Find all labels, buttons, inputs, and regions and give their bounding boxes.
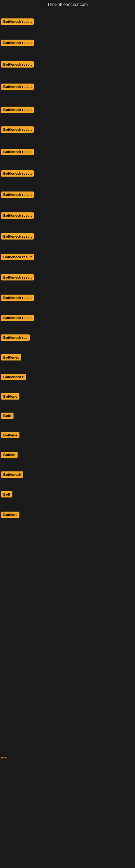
result-row-17: Bottlenec (1, 354, 21, 362)
result-row-18: Bottleneck r (1, 374, 26, 381)
footer-label: None (1, 756, 7, 759)
result-row-7: Bottleneck result (1, 149, 34, 156)
result-row-13: Bottleneck result (1, 274, 34, 282)
bottleneck-badge-6[interactable]: Bottleneck result (1, 126, 34, 133)
bottleneck-badge-4[interactable]: Bottleneck result (1, 84, 34, 90)
bottleneck-badge-16[interactable]: Bottleneck res (1, 335, 30, 341)
result-row-4: Bottleneck result (1, 84, 34, 91)
bottleneck-badge-17[interactable]: Bottlenec (1, 354, 21, 361)
result-row-2: Bottleneck result (1, 40, 34, 47)
bottleneck-badge-5[interactable]: Bottleneck result (1, 106, 34, 113)
result-row-12: Bottleneck result (1, 254, 34, 261)
result-row-23: Bottleneck (1, 471, 23, 479)
result-row-8: Bottleneck result (1, 170, 34, 178)
result-row-24: Bott (1, 491, 12, 499)
bottleneck-badge-7[interactable]: Bottleneck result (1, 149, 34, 155)
result-row-22: Bottlen (1, 452, 17, 459)
bottleneck-badge-1[interactable]: Bottleneck result (1, 19, 34, 25)
bottleneck-badge-12[interactable]: Bottleneck result (1, 254, 34, 260)
bottleneck-badge-13[interactable]: Bottleneck result (1, 274, 34, 280)
site-title: TheBottlenecker.com (0, 0, 135, 10)
bottleneck-badge-11[interactable]: Bottleneck result (1, 233, 34, 240)
bottleneck-badge-20[interactable]: Bottl (1, 412, 13, 419)
bottleneck-badge-18[interactable]: Bottleneck r (1, 374, 26, 380)
bottleneck-badge-3[interactable]: Bottleneck result (1, 61, 34, 67)
bottleneck-badge-23[interactable]: Bottleneck (1, 471, 23, 478)
bottleneck-badge-15[interactable]: Bottleneck result (1, 315, 34, 321)
bottleneck-badge-8[interactable]: Bottleneck result (1, 170, 34, 177)
bottleneck-badge-14[interactable]: Bottleneck result (1, 294, 34, 301)
result-row-25: Bottlene (1, 512, 19, 519)
bottleneck-badge-10[interactable]: Bottleneck result (1, 212, 34, 219)
bottleneck-badge-2[interactable]: Bottleneck result (1, 40, 34, 46)
page-container: TheBottlenecker.com Bottleneck resultBot… (0, 0, 135, 868)
bottleneck-badge-19[interactable]: Bottlene (1, 393, 19, 400)
bottleneck-badge-21[interactable]: Bottlene (1, 432, 19, 438)
bottleneck-badge-25[interactable]: Bottlene (1, 512, 19, 518)
result-row-14: Bottleneck result (1, 294, 34, 302)
result-row-21: Bottlene (1, 432, 19, 439)
result-row-5: Bottleneck result (1, 106, 34, 114)
result-row-6: Bottleneck result (1, 126, 34, 134)
bottleneck-badge-9[interactable]: Bottleneck result (1, 191, 34, 198)
result-row-10: Bottleneck result (1, 212, 34, 220)
result-row-1: Bottleneck result (1, 19, 34, 26)
bottleneck-badge-22[interactable]: Bottlen (1, 452, 17, 458)
result-row-3: Bottleneck result (1, 61, 34, 69)
result-row-20: Bottl (1, 412, 13, 420)
result-row-15: Bottleneck result (1, 315, 34, 322)
result-row-16: Bottleneck res (1, 335, 30, 342)
result-row-11: Bottleneck result (1, 233, 34, 241)
result-row-19: Bottlene (1, 393, 19, 401)
result-row-9: Bottleneck result (1, 191, 34, 199)
bottleneck-badge-24[interactable]: Bott (1, 491, 12, 497)
